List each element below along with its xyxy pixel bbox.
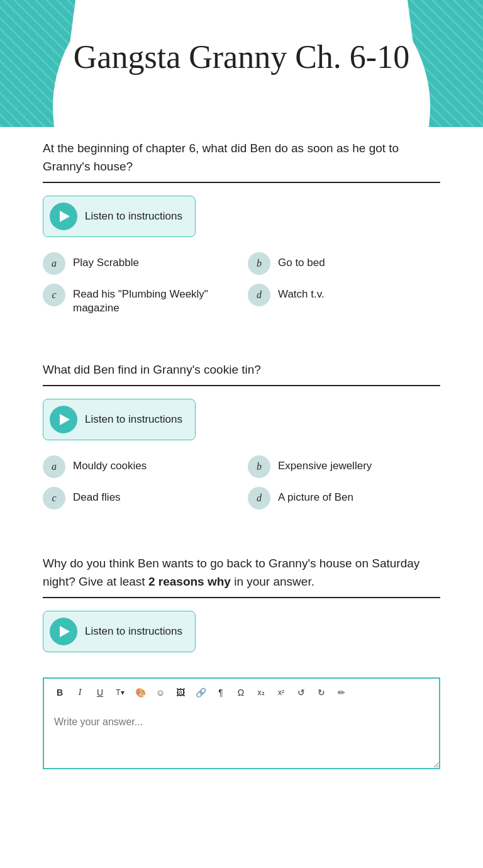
emoji-button[interactable]: ☺ bbox=[151, 684, 170, 701]
bold-text-q3: 2 reasons why bbox=[148, 575, 231, 588]
question-3: Why do you think Ben wants to go back to… bbox=[43, 542, 440, 772]
spacer-3 bbox=[43, 792, 440, 804]
listen-label-q3: Listen to instructions bbox=[85, 625, 182, 638]
header: Gangsta Granny Ch. 6-10 bbox=[0, 0, 483, 127]
spacer-2 bbox=[43, 530, 440, 542]
option-text-q1-c: Read his "Plumbing Weekly" magazine bbox=[73, 284, 235, 315]
badge-q2-d: d bbox=[248, 487, 270, 509]
badge-q2-c: c bbox=[43, 487, 65, 509]
subscript-button[interactable]: x₂ bbox=[252, 684, 270, 701]
option-q2-a[interactable]: a Mouldy cookies bbox=[43, 455, 235, 478]
listen-button-q1[interactable]: Listen to instructions bbox=[43, 196, 196, 237]
omega-button[interactable]: Ω bbox=[231, 684, 250, 701]
option-text-q2-c: Dead flies bbox=[73, 487, 121, 504]
badge-q1-d: d bbox=[248, 284, 270, 306]
question-1-text: At the beginning of chapter 6, what did … bbox=[43, 127, 440, 183]
badge-q2-b: b bbox=[248, 455, 270, 478]
badge-q1-b: b bbox=[248, 252, 270, 275]
option-text-q2-a: Mouldy cookies bbox=[73, 455, 147, 473]
play-icon-q1 bbox=[50, 203, 77, 230]
spacer-1 bbox=[43, 336, 440, 348]
question-1: At the beginning of chapter 6, what did … bbox=[43, 127, 440, 315]
options-grid-q2: a Mouldy cookies b Expensive jewellery c… bbox=[43, 455, 440, 509]
listen-button-q3[interactable]: Listen to instructions bbox=[43, 611, 196, 652]
clear-format-button[interactable]: ✏ bbox=[332, 684, 351, 701]
bold-button[interactable]: B bbox=[50, 684, 69, 701]
option-q1-d[interactable]: d Watch t.v. bbox=[248, 284, 440, 315]
badge-q1-a: a bbox=[43, 252, 65, 275]
color-button[interactable]: 🎨 bbox=[131, 684, 150, 701]
italic-button[interactable]: I bbox=[70, 684, 89, 701]
play-icon-q2 bbox=[50, 406, 77, 433]
play-triangle-q3 bbox=[60, 626, 70, 637]
link-button[interactable]: 🔗 bbox=[191, 684, 210, 701]
question-3-text: Why do you think Ben wants to go back to… bbox=[43, 542, 440, 598]
listen-label-q2: Listen to instructions bbox=[85, 413, 182, 426]
superscript-button[interactable]: x² bbox=[272, 684, 291, 701]
option-text-q1-a: Play Scrabble bbox=[73, 252, 139, 270]
question-2-text: What did Ben find in Granny's cookie tin… bbox=[43, 348, 440, 387]
paragraph-button[interactable]: ¶ bbox=[211, 684, 230, 701]
option-q1-a[interactable]: a Play Scrabble bbox=[43, 252, 235, 275]
spacer-4 bbox=[43, 804, 440, 817]
badge-q1-c: c bbox=[43, 284, 65, 306]
font-size-button[interactable]: T▾ bbox=[111, 684, 130, 701]
underline-button[interactable]: U bbox=[91, 684, 109, 701]
options-grid-q1: a Play Scrabble b Go to bed c Read his "… bbox=[43, 252, 440, 315]
option-q1-b[interactable]: b Go to bed bbox=[248, 252, 440, 275]
page-title: Gangsta Granny Ch. 6-10 bbox=[38, 38, 445, 77]
option-q2-b[interactable]: b Expensive jewellery bbox=[248, 455, 440, 478]
option-text-q1-d: Watch t.v. bbox=[278, 284, 325, 301]
option-text-q2-b: Expensive jewellery bbox=[278, 455, 372, 473]
option-q2-c[interactable]: c Dead flies bbox=[43, 487, 235, 509]
play-triangle-q1 bbox=[60, 211, 70, 222]
option-text-q1-b: Go to bed bbox=[278, 252, 325, 270]
play-triangle-q2 bbox=[60, 414, 70, 425]
undo-button[interactable]: ↺ bbox=[292, 684, 311, 701]
content-area: At the beginning of chapter 6, what did … bbox=[0, 127, 483, 817]
option-q2-d[interactable]: d A picture of Ben bbox=[248, 487, 440, 509]
answer-textarea-q3[interactable] bbox=[43, 706, 440, 769]
badge-q2-a: a bbox=[43, 455, 65, 478]
option-text-q2-d: A picture of Ben bbox=[278, 487, 353, 504]
option-q1-c[interactable]: c Read his "Plumbing Weekly" magazine bbox=[43, 284, 235, 315]
text-editor-toolbar: B I U T▾ 🎨 ☺ 🖼 🔗 ¶ Ω x₂ x² ↺ ↻ ✏ bbox=[43, 677, 440, 706]
listen-button-q2[interactable]: Listen to instructions bbox=[43, 399, 196, 440]
image-button[interactable]: 🖼 bbox=[171, 684, 190, 701]
play-icon-q3 bbox=[50, 618, 77, 645]
listen-label-q1: Listen to instructions bbox=[85, 210, 182, 223]
redo-button[interactable]: ↻ bbox=[312, 684, 331, 701]
question-2: What did Ben find in Granny's cookie tin… bbox=[43, 348, 440, 510]
